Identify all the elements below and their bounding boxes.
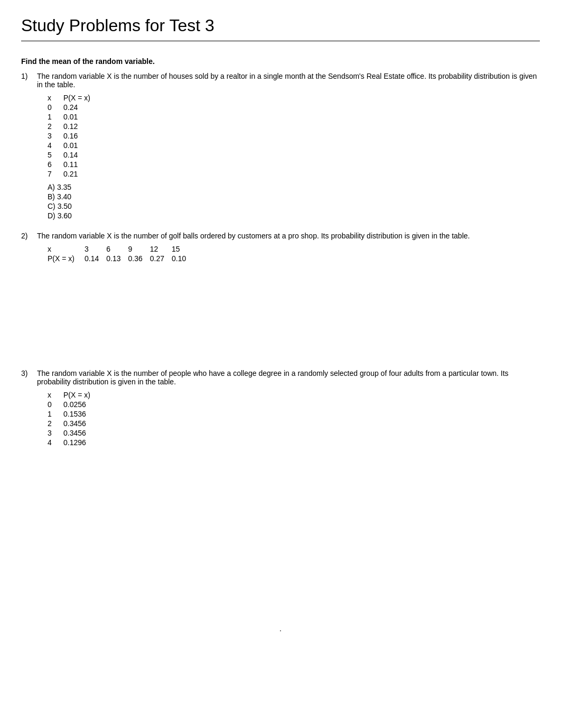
- table-row: 5 0.14: [48, 150, 97, 160]
- problem-1: 1) The random variable X is the number o…: [21, 72, 540, 221]
- problem-2-text: The random variable X is the number of g…: [37, 232, 470, 240]
- col-x-header: x: [48, 93, 63, 103]
- table-row: P(X = x) 0.14 0.13 0.36 0.27 0.10: [48, 254, 193, 263]
- problem-2-table: x 3 6 9 12 15 P(X = x) 0.14 0.13 0.36 0.…: [48, 244, 540, 263]
- table-row: 1 0.01: [48, 112, 97, 122]
- table-row: 3 0.3456: [48, 428, 97, 438]
- table-row: 0 0.0256: [48, 400, 97, 409]
- choice-a: A) 3.35: [48, 183, 540, 191]
- section-header: Find the mean of the random variable.: [21, 57, 540, 66]
- table-row: 2 0.3456: [48, 419, 97, 428]
- choice-d: D) 3.60: [48, 211, 540, 220]
- spacer: [21, 274, 540, 369]
- problem-3-number: 3): [21, 369, 37, 377]
- problem-3-text: The random variable X is the number of p…: [37, 369, 509, 386]
- table-header-row: x P(X = x): [48, 390, 97, 400]
- problem-2-content: The random variable X is the number of g…: [37, 232, 540, 263]
- table-row: 7 0.21: [48, 169, 97, 179]
- table-row: 3 0.16: [48, 131, 97, 141]
- problem-1-number: 1): [21, 72, 37, 80]
- choice-c: C) 3.50: [48, 202, 540, 210]
- problem-3-table: x P(X = x) 0 0.0256 1 0.1536 2 0.3456 3: [48, 390, 540, 447]
- table-header-row: x P(X = x): [48, 93, 97, 103]
- table-row: 2 0.12: [48, 122, 97, 131]
- col-px-header: P(X = x): [63, 93, 97, 103]
- problem-2-number: 2): [21, 232, 37, 240]
- table-row: x 3 6 9 12 15: [48, 244, 193, 254]
- choice-b: B) 3.40: [48, 192, 540, 201]
- page-title: Study Problems for Test 3: [21, 16, 540, 41]
- table-row: 1 0.1536: [48, 409, 97, 419]
- problem-1-text: The random variable X is the number of h…: [37, 72, 537, 89]
- table-row: 6 0.11: [48, 160, 97, 169]
- problem-3: 3) The random variable X is the number o…: [21, 369, 540, 451]
- table-row: 4 0.01: [48, 141, 97, 150]
- table-row: 0 0.24: [48, 103, 97, 112]
- problem-1-choices: A) 3.35 B) 3.40 C) 3.50 D) 3.60: [48, 183, 540, 220]
- bottom-spacer: [21, 462, 540, 621]
- problem-1-table: x P(X = x) 0 0.24 1 0.01 2 0.12 3 0.16: [48, 93, 540, 179]
- problem-3-content: The random variable X is the number of p…: [37, 369, 540, 451]
- problem-1-content: The random variable X is the number of h…: [37, 72, 540, 221]
- problem-2: 2) The random variable X is the number o…: [21, 232, 540, 263]
- page-indicator: ·: [21, 626, 540, 634]
- table-row: 4 0.1296: [48, 438, 97, 447]
